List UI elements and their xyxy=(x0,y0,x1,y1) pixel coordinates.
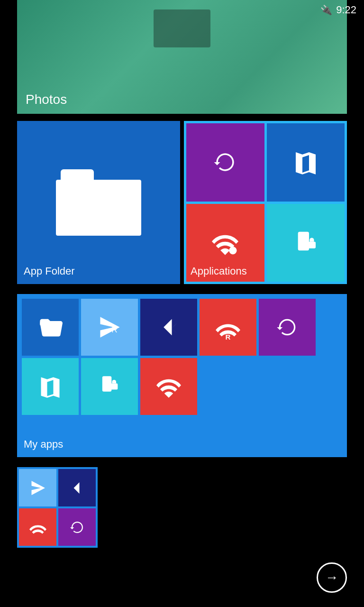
photos-tile[interactable]: Photos xyxy=(17,0,347,114)
photos-label: Photos xyxy=(26,92,67,107)
my-apps-bluetooth xyxy=(140,299,197,356)
clock: 9:22 xyxy=(336,4,356,16)
small-cluster-tile[interactable] xyxy=(17,467,98,548)
svg-rect-7 xyxy=(110,384,118,390)
my-apps-sync xyxy=(259,299,316,356)
my-apps-wifi-settings xyxy=(140,358,197,415)
my-apps-label: My apps xyxy=(24,438,63,451)
small-bluetooth xyxy=(58,469,96,506)
applications-label: Applications xyxy=(191,265,247,277)
svg-rect-6 xyxy=(102,376,112,392)
my-apps-map xyxy=(22,358,79,415)
phone-lock-sub-tile xyxy=(267,204,345,282)
my-apps-tile[interactable]: R R My apps xyxy=(17,294,347,457)
svg-point-0 xyxy=(229,247,237,254)
arrow-right-icon: → xyxy=(325,570,338,585)
svg-point-3 xyxy=(311,244,313,246)
sync-icon xyxy=(212,149,238,175)
small-sync xyxy=(58,508,96,546)
my-apps-plane-r: R xyxy=(81,299,138,356)
app-folder-label: App Folder xyxy=(24,265,75,277)
phone-lock-icon xyxy=(292,230,319,256)
next-arrow-button[interactable]: → xyxy=(317,562,347,593)
my-apps-folder xyxy=(22,299,79,356)
my-apps-wifi-r: R xyxy=(200,299,256,356)
battery-icon: 🔌 xyxy=(320,4,332,16)
sync-sub-tile xyxy=(186,123,264,202)
tiles-row: App Folder xyxy=(17,121,347,284)
app-folder-tile[interactable]: App Folder xyxy=(17,121,180,284)
wifi-settings-icon xyxy=(212,230,238,256)
status-bar: 🔌 9:22 xyxy=(313,0,364,20)
svg-rect-1 xyxy=(298,231,309,250)
small-plane-r xyxy=(19,469,56,506)
svg-text:R: R xyxy=(111,325,118,334)
map-icon xyxy=(292,149,319,175)
small-wifi-r xyxy=(19,508,56,546)
folder-icon xyxy=(56,169,141,236)
map-sub-tile xyxy=(267,123,345,202)
my-apps-phone-lock xyxy=(81,358,138,415)
my-apps-grid: R R xyxy=(22,299,316,415)
applications-tile[interactable]: Applications xyxy=(184,121,347,284)
svg-text:R: R xyxy=(226,333,231,340)
